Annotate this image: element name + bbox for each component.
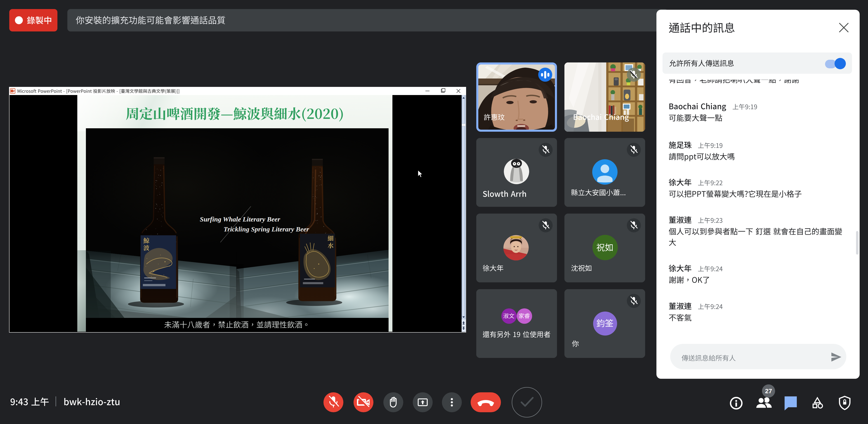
svg-text:P: P xyxy=(13,90,15,92)
svg-text:27: 27 xyxy=(765,388,772,395)
